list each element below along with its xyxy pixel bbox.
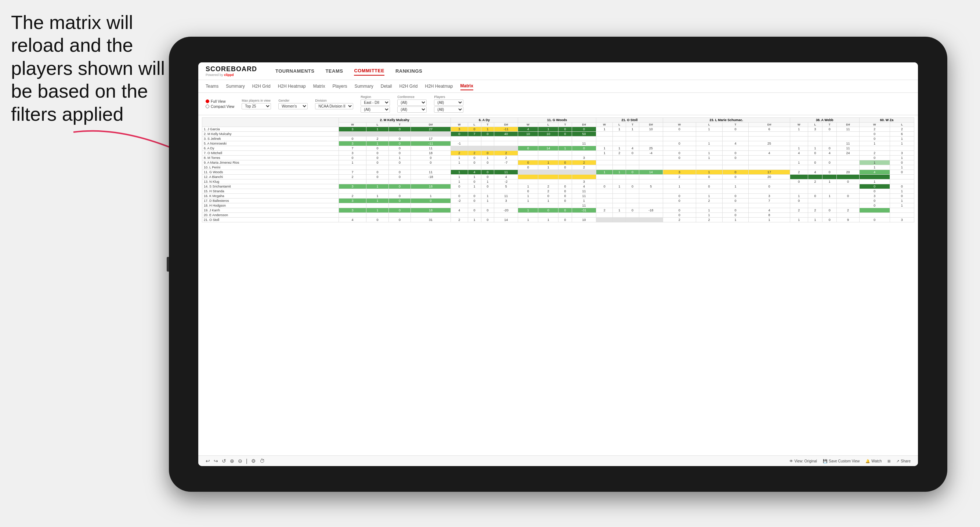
timer-icon[interactable]: ⏱ <box>259 458 265 464</box>
region-filter: Region East - DII (All) <box>361 95 390 113</box>
zoom-out-icon[interactable]: ⊖ <box>238 458 242 464</box>
cell: 14 <box>494 217 518 222</box>
subnav-summary1[interactable]: Summary <box>226 83 245 90</box>
cell: 0 <box>450 184 468 189</box>
cell: 7 <box>468 132 481 137</box>
cell <box>790 213 808 217</box>
undo-icon[interactable]: ↩ <box>205 458 210 464</box>
cell <box>822 213 837 217</box>
cell <box>388 132 410 137</box>
cell <box>808 141 822 146</box>
conference-sub-select[interactable]: (All) <box>397 106 427 113</box>
settings-icon[interactable]: ⚙ <box>251 458 256 464</box>
cell <box>822 165 837 170</box>
subnav-matrix2[interactable]: Matrix <box>460 82 473 90</box>
cell: 0 <box>518 146 538 151</box>
compact-view-radio[interactable]: Compact View <box>205 105 234 109</box>
cell: 5 <box>639 184 663 189</box>
subnav-matrix1[interactable]: Matrix <box>313 83 325 90</box>
cell <box>808 203 822 208</box>
cell <box>808 165 822 170</box>
subnav-h2h-heatmap1[interactable]: H2H Heatmap <box>278 83 306 90</box>
cell <box>572 175 596 179</box>
cell: 1 <box>450 175 468 179</box>
share-btn[interactable]: ↗ Share <box>896 459 911 463</box>
cell: 4 <box>450 208 468 213</box>
save-custom-view-btn[interactable]: 💾 Save Custom View <box>823 459 859 463</box>
matrix-area[interactable]: 2. M Kelly Mulcahy 6. A Dy 11. G Woods 2… <box>198 115 918 456</box>
cell <box>366 132 388 137</box>
cell: 3 <box>339 208 366 213</box>
watch-btn[interactable]: 🔔 Watch <box>865 459 881 463</box>
players-sub-select[interactable]: (All) <box>434 106 463 113</box>
cell <box>339 203 366 208</box>
cell <box>596 198 613 203</box>
cell: 1 <box>366 194 388 198</box>
cell: 0 <box>663 213 696 217</box>
nav-teams[interactable]: TEAMS <box>325 67 343 75</box>
cell: 0 <box>859 203 890 208</box>
max-players-select[interactable]: Top 25 <box>242 103 271 110</box>
cell: 2 <box>663 217 696 222</box>
cell <box>837 189 859 194</box>
subnav-detail[interactable]: Detail <box>381 83 392 90</box>
watch-label: Watch <box>871 459 881 463</box>
cell: 2 <box>339 175 366 179</box>
refresh-icon[interactable]: ↺ <box>222 458 226 464</box>
cell <box>639 179 663 184</box>
cell: 3 <box>339 184 366 189</box>
cell <box>558 137 572 141</box>
cell <box>722 189 749 194</box>
layout-icon[interactable]: ⊞ <box>888 459 891 463</box>
subnav-summary2[interactable]: Summary <box>354 83 373 90</box>
subh-t1: T <box>388 122 410 127</box>
cell <box>626 179 639 184</box>
cell <box>808 132 822 137</box>
conference-select[interactable]: (All) <box>397 100 427 106</box>
cell: 0 <box>481 184 494 189</box>
region-select[interactable]: East - DII <box>361 100 390 106</box>
cell: 0 <box>663 151 696 156</box>
cell <box>596 203 613 208</box>
nav-tournaments[interactable]: TOURNAMENTS <box>275 67 314 75</box>
subnav-h2h-heatmap2[interactable]: H2H Heatmap <box>425 83 453 90</box>
nav-committee[interactable]: COMMITTEE <box>354 67 385 76</box>
subnav-teams[interactable]: Teams <box>205 83 218 90</box>
gender-select[interactable]: Women's <box>278 103 308 110</box>
cell: 1 <box>613 208 626 213</box>
cell <box>613 189 626 194</box>
cell: 10 <box>538 132 558 137</box>
redo-icon[interactable]: ↪ <box>214 458 218 464</box>
gender-label: Gender <box>278 99 308 102</box>
nav-rankings[interactable]: RANKINGS <box>395 67 422 75</box>
cell: 0 <box>696 184 722 189</box>
division-select[interactable]: NCAA Division II <box>315 103 353 110</box>
cell: 0 <box>722 151 749 156</box>
search-icon[interactable]: ⊕ <box>230 458 234 464</box>
region-sub-select[interactable]: (All) <box>361 106 390 113</box>
cell: 0 <box>837 194 859 198</box>
cell <box>626 189 639 194</box>
cell: 1 <box>388 156 410 160</box>
cell <box>468 165 481 170</box>
cell <box>890 179 914 184</box>
cell <box>538 213 558 217</box>
cell: 1 <box>481 156 494 160</box>
table-row: 1. J Garcia 3 1 0 27 3 0 1 -11 4 1 0 0 1 <box>202 127 914 132</box>
subh-d4: Dif <box>639 122 663 127</box>
cell: 0 <box>626 170 639 175</box>
cell: 1 <box>790 217 808 222</box>
cell <box>494 189 518 194</box>
player-name: 12. A Bianchi <box>202 175 339 179</box>
full-view-radio[interactable]: Full View <box>205 100 234 103</box>
table-row: 20. E Andersson <box>202 213 914 217</box>
player-name: 14. S Srichantamit <box>202 184 339 189</box>
subnav-h2h-grid1[interactable]: H2H Grid <box>252 83 270 90</box>
cell <box>596 194 613 198</box>
cell: 6 <box>749 127 790 132</box>
cell <box>481 203 494 208</box>
subnav-players[interactable]: Players <box>332 83 347 90</box>
players-select[interactable]: (All) <box>434 100 463 106</box>
view-original-btn[interactable]: 👁 View: Original <box>789 459 817 463</box>
subnav-h2h-grid2[interactable]: H2H Grid <box>399 83 417 90</box>
